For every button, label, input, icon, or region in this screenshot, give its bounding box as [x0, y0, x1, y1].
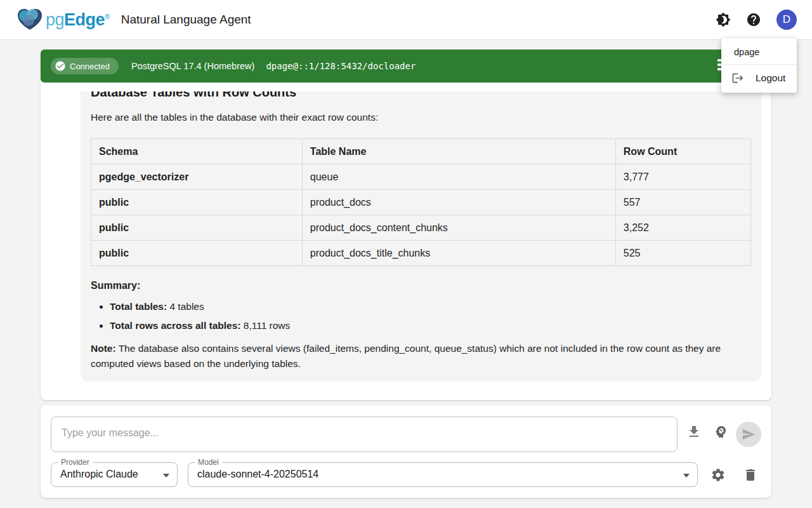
server-version-label: PostgreSQL 17.4 (Homebrew)	[131, 61, 255, 71]
connection-string: dpage@::1/128:5432/docloader	[266, 61, 416, 71]
model-label: Model	[195, 458, 222, 467]
send-button[interactable]	[736, 422, 761, 447]
user-avatar[interactable]: D	[776, 10, 797, 30]
cell-row-count: 3,252	[615, 215, 750, 241]
provider-value: Anthropic Claude	[60, 469, 138, 480]
provider-select[interactable]: Provider Anthropic Claude	[51, 462, 178, 487]
download-icon	[686, 424, 702, 439]
pgedge-logo-icon	[15, 7, 44, 32]
col-header-schema: Schema	[91, 139, 303, 164]
composer-panel: Provider Anthropic Claude Model claude-s…	[41, 405, 771, 498]
chevron-down-icon	[683, 474, 690, 478]
cell-row-count: 525	[615, 241, 750, 266]
username-label: dpage	[721, 42, 797, 65]
header-actions: D	[716, 10, 797, 30]
send-icon	[742, 427, 756, 441]
col-header-row-count: Row Count	[615, 139, 750, 164]
model-select[interactable]: Model claude-sonnet-4-20250514	[188, 462, 698, 487]
page-title: Natural Language Agent	[121, 13, 251, 27]
cell-schema: public	[91, 190, 303, 215]
message-input[interactable]	[51, 417, 678, 452]
cell-table-name: queue	[302, 164, 615, 190]
brightness-icon	[716, 12, 731, 27]
table-row: pgedge_vectorizer queue 3,777	[91, 164, 751, 190]
gear-icon	[710, 467, 726, 483]
connected-badge: Connected	[51, 58, 119, 74]
help-button[interactable]	[746, 12, 761, 27]
summary-list: Total tables: 4 tables Total rows across…	[110, 300, 751, 332]
chevron-down-icon	[163, 474, 169, 478]
assistant-message: Database Tables with Row Counts Here are…	[81, 91, 761, 382]
summary-heading: Summary:	[91, 280, 751, 291]
logout-menu-item[interactable]: Logout	[721, 65, 797, 93]
model-value: claude-sonnet-4-20250514	[197, 469, 318, 480]
list-item: Total tables: 4 tables	[110, 300, 751, 313]
app-header: pgEdge® Natural Language Agent D	[0, 0, 812, 40]
row-count-table: Schema Table Name Row Count pgedge_vecto…	[91, 138, 751, 266]
connection-status-bar: Connected PostgreSQL 17.4 (Homebrew) dpa…	[41, 50, 771, 83]
table-header-row: Schema Table Name Row Count	[91, 139, 751, 164]
download-button[interactable]	[686, 424, 702, 439]
thinking-mode-button[interactable]	[713, 424, 728, 439]
trash-icon	[743, 467, 758, 483]
col-header-table-name: Table Name	[302, 139, 615, 164]
provider-label: Provider	[58, 458, 93, 467]
cell-table-name: product_docs_content_chunks	[302, 215, 615, 241]
message-intro: Here are all the tables in the database …	[91, 110, 751, 124]
pgedge-wordmark: pgEdge®	[46, 10, 110, 30]
table-row: public product_docs_title_chunks 525	[91, 241, 751, 266]
cell-table-name: product_docs	[302, 190, 615, 215]
chat-panel: Connected PostgreSQL 17.4 (Homebrew) dpa…	[41, 50, 771, 400]
clear-chat-button[interactable]	[743, 467, 758, 483]
list-item: Total rows across all tables: 8,111 rows	[110, 319, 751, 332]
connected-badge-label: Connected	[70, 62, 110, 71]
cell-schema: pgedge_vectorizer	[91, 164, 303, 190]
cell-row-count: 3,777	[615, 164, 750, 190]
cell-table-name: product_docs_title_chunks	[302, 241, 615, 266]
table-row: public product_docs_content_chunks 3,252	[91, 215, 751, 241]
message-note: Note: The database also contains several…	[91, 341, 751, 371]
cell-schema: public	[91, 241, 303, 266]
table-row: public product_docs 557	[91, 190, 751, 215]
settings-button[interactable]	[710, 467, 726, 483]
theme-toggle-button[interactable]	[716, 12, 731, 27]
user-dropdown-menu: dpage Logout	[721, 38, 797, 93]
logout-icon	[731, 72, 744, 84]
help-icon	[746, 12, 761, 27]
cell-schema: public	[91, 215, 303, 241]
check-circle-icon	[55, 60, 66, 72]
logout-label: Logout	[756, 72, 785, 84]
psychology-icon	[713, 424, 728, 439]
messages-scroll-area[interactable]: Database Tables with Row Counts Here are…	[41, 91, 771, 400]
message-heading: Database Tables with Row Counts	[91, 91, 751, 100]
pgedge-logo: pgEdge®	[15, 7, 110, 32]
cell-row-count: 557	[615, 190, 750, 215]
